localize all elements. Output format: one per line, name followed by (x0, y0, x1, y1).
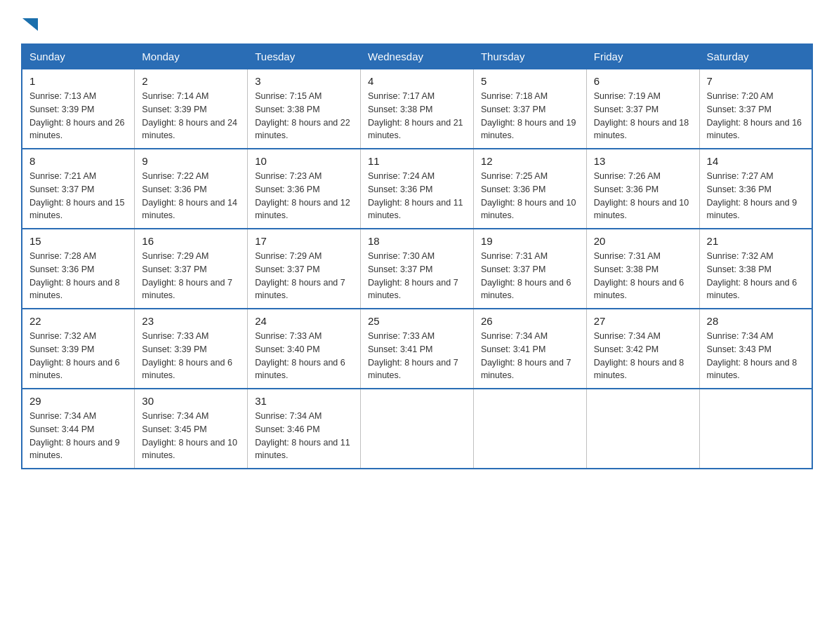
daylight-label: Daylight: 8 hours and 14 minutes. (142, 198, 237, 221)
daylight-label: Daylight: 8 hours and 19 minutes. (481, 118, 576, 141)
daylight-label: Daylight: 8 hours and 6 minutes. (481, 278, 571, 301)
day-info: Sunrise: 7:31 AM Sunset: 3:38 PM Dayligh… (594, 250, 692, 302)
weekday-header-saturday: Saturday (699, 44, 812, 69)
day-info: Sunrise: 7:33 AM Sunset: 3:39 PM Dayligh… (142, 330, 240, 382)
daylight-label: Daylight: 8 hours and 26 minutes. (29, 118, 125, 141)
sunrise-label: Sunrise: 7:34 AM (481, 331, 548, 341)
sunset-label: Sunset: 3:45 PM (142, 424, 206, 434)
day-number: 18 (368, 235, 466, 247)
day-info: Sunrise: 7:34 AM Sunset: 3:41 PM Dayligh… (481, 330, 579, 382)
sunset-label: Sunset: 3:36 PM (255, 185, 319, 194)
sunset-label: Sunset: 3:39 PM (29, 105, 94, 114)
day-number: 13 (594, 155, 692, 167)
day-number: 28 (707, 315, 805, 327)
day-info: Sunrise: 7:28 AM Sunset: 3:36 PM Dayligh… (29, 250, 127, 302)
day-info: Sunrise: 7:29 AM Sunset: 3:37 PM Dayligh… (255, 250, 353, 302)
sunset-label: Sunset: 3:46 PM (255, 424, 319, 434)
calendar-cell: 23 Sunrise: 7:33 AM Sunset: 3:39 PM Dayl… (135, 309, 248, 389)
calendar-cell: 25 Sunrise: 7:33 AM Sunset: 3:41 PM Dayl… (361, 309, 474, 389)
day-number: 7 (707, 75, 805, 87)
svg-marker-0 (22, 18, 38, 31)
day-info: Sunrise: 7:27 AM Sunset: 3:36 PM Dayligh… (707, 170, 805, 222)
calendar-cell: 1 Sunrise: 7:13 AM Sunset: 3:39 PM Dayli… (22, 69, 135, 149)
daylight-label: Daylight: 8 hours and 10 minutes. (481, 198, 576, 221)
sunrise-label: Sunrise: 7:33 AM (142, 331, 208, 341)
calendar-cell: 6 Sunrise: 7:19 AM Sunset: 3:37 PM Dayli… (586, 69, 699, 149)
day-info: Sunrise: 7:20 AM Sunset: 3:37 PM Dayligh… (707, 90, 805, 142)
sunrise-label: Sunrise: 7:31 AM (594, 251, 661, 261)
day-number: 11 (368, 155, 466, 167)
daylight-label: Daylight: 8 hours and 7 minutes. (255, 278, 345, 301)
sunrise-label: Sunrise: 7:28 AM (29, 251, 96, 261)
sunset-label: Sunset: 3:36 PM (481, 185, 545, 194)
daylight-label: Daylight: 8 hours and 6 minutes. (594, 278, 684, 301)
day-number: 22 (29, 315, 127, 327)
calendar-week-row: 1 Sunrise: 7:13 AM Sunset: 3:39 PM Dayli… (22, 69, 812, 149)
calendar-week-row: 29 Sunrise: 7:34 AM Sunset: 3:44 PM Dayl… (22, 389, 812, 469)
day-number: 3 (255, 75, 353, 87)
sunrise-label: Sunrise: 7:14 AM (142, 91, 208, 101)
daylight-label: Daylight: 8 hours and 7 minutes. (368, 358, 458, 381)
daylight-label: Daylight: 8 hours and 6 minutes. (29, 358, 120, 381)
day-info: Sunrise: 7:14 AM Sunset: 3:39 PM Dayligh… (142, 90, 240, 142)
calendar-cell: 20 Sunrise: 7:31 AM Sunset: 3:38 PM Dayl… (586, 229, 699, 309)
day-number: 5 (481, 75, 579, 87)
calendar-cell: 10 Sunrise: 7:23 AM Sunset: 3:36 PM Dayl… (248, 149, 361, 229)
day-number: 30 (142, 395, 240, 407)
calendar-table: SundayMondayTuesdayWednesdayThursdayFrid… (21, 43, 813, 469)
day-number: 8 (29, 155, 127, 167)
calendar-cell: 5 Sunrise: 7:18 AM Sunset: 3:37 PM Dayli… (473, 69, 586, 149)
calendar-cell: 3 Sunrise: 7:15 AM Sunset: 3:38 PM Dayli… (248, 69, 361, 149)
calendar-cell (586, 389, 699, 469)
day-number: 23 (142, 315, 240, 327)
calendar-cell: 31 Sunrise: 7:34 AM Sunset: 3:46 PM Dayl… (248, 389, 361, 469)
calendar-cell (473, 389, 586, 469)
daylight-label: Daylight: 8 hours and 10 minutes. (142, 438, 237, 461)
day-info: Sunrise: 7:24 AM Sunset: 3:36 PM Dayligh… (368, 170, 466, 222)
sunrise-label: Sunrise: 7:17 AM (368, 91, 435, 101)
day-info: Sunrise: 7:34 AM Sunset: 3:46 PM Dayligh… (255, 410, 353, 462)
sunset-label: Sunset: 3:37 PM (707, 105, 772, 114)
sunset-label: Sunset: 3:38 PM (368, 105, 432, 114)
day-info: Sunrise: 7:34 AM Sunset: 3:45 PM Dayligh… (142, 410, 240, 462)
day-number: 31 (255, 395, 353, 407)
sunrise-label: Sunrise: 7:21 AM (29, 171, 96, 181)
calendar-cell: 18 Sunrise: 7:30 AM Sunset: 3:37 PM Dayl… (361, 229, 474, 309)
day-info: Sunrise: 7:34 AM Sunset: 3:44 PM Dayligh… (29, 410, 127, 462)
weekday-header-wednesday: Wednesday (361, 44, 474, 69)
sunset-label: Sunset: 3:38 PM (707, 264, 772, 274)
day-info: Sunrise: 7:33 AM Sunset: 3:40 PM Dayligh… (255, 330, 353, 382)
sunrise-label: Sunrise: 7:15 AM (255, 91, 322, 101)
calendar-cell: 14 Sunrise: 7:27 AM Sunset: 3:36 PM Dayl… (699, 149, 812, 229)
sunrise-label: Sunrise: 7:24 AM (368, 171, 435, 181)
sunrise-label: Sunrise: 7:34 AM (29, 411, 96, 421)
sunrise-label: Sunrise: 7:32 AM (29, 331, 96, 341)
sunrise-label: Sunrise: 7:34 AM (255, 411, 322, 421)
sunrise-label: Sunrise: 7:19 AM (594, 91, 661, 101)
sunset-label: Sunset: 3:37 PM (142, 264, 206, 274)
weekday-header-thursday: Thursday (473, 44, 586, 69)
day-info: Sunrise: 7:30 AM Sunset: 3:37 PM Dayligh… (368, 250, 466, 302)
calendar-cell: 15 Sunrise: 7:28 AM Sunset: 3:36 PM Dayl… (22, 229, 135, 309)
weekday-header-friday: Friday (586, 44, 699, 69)
sunrise-label: Sunrise: 7:22 AM (142, 171, 208, 181)
calendar-cell: 17 Sunrise: 7:29 AM Sunset: 3:37 PM Dayl… (248, 229, 361, 309)
calendar-cell: 4 Sunrise: 7:17 AM Sunset: 3:38 PM Dayli… (361, 69, 474, 149)
day-info: Sunrise: 7:34 AM Sunset: 3:42 PM Dayligh… (594, 330, 692, 382)
day-number: 4 (368, 75, 466, 87)
sunrise-label: Sunrise: 7:31 AM (481, 251, 548, 261)
calendar-cell: 8 Sunrise: 7:21 AM Sunset: 3:37 PM Dayli… (22, 149, 135, 229)
daylight-label: Daylight: 8 hours and 11 minutes. (368, 198, 463, 221)
day-info: Sunrise: 7:23 AM Sunset: 3:36 PM Dayligh… (255, 170, 353, 222)
sunset-label: Sunset: 3:39 PM (29, 344, 94, 354)
calendar-header-row: SundayMondayTuesdayWednesdayThursdayFrid… (22, 44, 812, 69)
day-info: Sunrise: 7:33 AM Sunset: 3:41 PM Dayligh… (368, 330, 466, 382)
daylight-label: Daylight: 8 hours and 21 minutes. (368, 118, 463, 141)
day-info: Sunrise: 7:32 AM Sunset: 3:39 PM Dayligh… (29, 330, 127, 382)
sunset-label: Sunset: 3:41 PM (368, 344, 432, 354)
day-info: Sunrise: 7:34 AM Sunset: 3:43 PM Dayligh… (707, 330, 805, 382)
sunset-label: Sunset: 3:38 PM (255, 105, 319, 114)
day-info: Sunrise: 7:17 AM Sunset: 3:38 PM Dayligh… (368, 90, 466, 142)
day-info: Sunrise: 7:13 AM Sunset: 3:39 PM Dayligh… (29, 90, 127, 142)
day-number: 2 (142, 75, 240, 87)
